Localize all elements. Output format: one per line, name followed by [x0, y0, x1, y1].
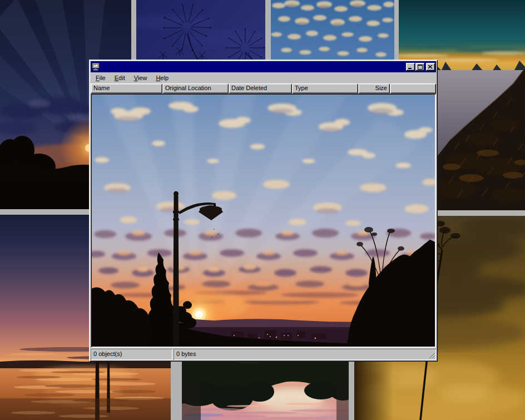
column-header-type[interactable]: Type [292, 83, 358, 93]
menu-bar: File Edit View Help [91, 73, 436, 83]
column-header-original-location[interactable]: Original Location [162, 83, 229, 93]
computer-icon[interactable] [92, 63, 101, 71]
maximize-button[interactable] [415, 63, 424, 71]
status-objects-panel: 0 object(s) [91, 349, 172, 360]
sunset-lamp-photo [92, 95, 435, 347]
close-button[interactable] [426, 63, 435, 71]
column-header-name[interactable]: Name [91, 83, 162, 93]
close-icon [428, 65, 433, 69]
column-header-date-deleted[interactable]: Date Deleted [229, 83, 292, 93]
menu-item-view[interactable]: View [130, 73, 152, 83]
resize-grip-icon[interactable] [428, 352, 435, 359]
title-bar[interactable] [91, 61, 436, 72]
recycle-bin-window: File Edit View Help Name Original Locati… [89, 60, 438, 362]
status-size-text: 0 bytes [176, 350, 196, 357]
list-view-area[interactable] [91, 93, 436, 348]
minimize-button[interactable] [406, 63, 415, 71]
menu-item-file[interactable]: File [91, 73, 110, 83]
menu-item-help[interactable]: Help [151, 73, 173, 83]
status-size-panel: 0 bytes [174, 349, 436, 360]
desktop: { "window": { "title": "", "menu": { "it… [0, 0, 525, 420]
column-header-size[interactable]: Size [358, 83, 390, 93]
menu-item-edit[interactable]: Edit [110, 73, 130, 83]
maximize-icon [418, 65, 423, 70]
column-header-row: Name Original Location Date Deleted Type… [91, 83, 436, 93]
status-bar: 0 object(s) 0 bytes [91, 349, 436, 360]
column-header-filler [390, 83, 436, 93]
minimize-icon [408, 65, 413, 70]
